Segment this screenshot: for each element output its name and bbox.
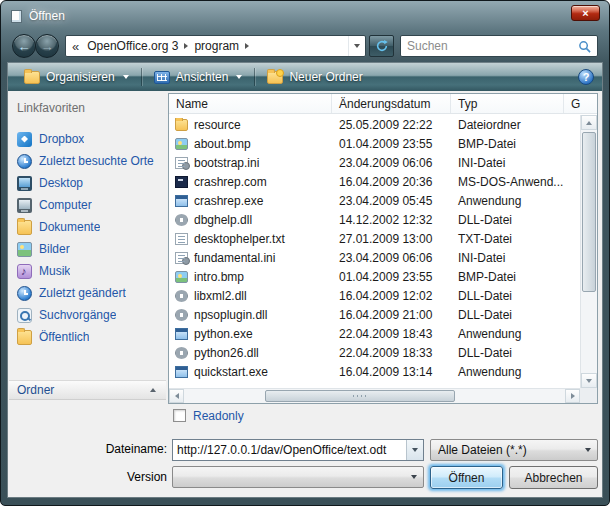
sidebar-item-pictures[interactable]: Bilder bbox=[9, 238, 166, 260]
file-row[interactable]: resource25.05.2009 22:22Dateiordner bbox=[169, 115, 580, 134]
file-row[interactable]: crashrep.com16.04.2009 20:36MS-DOS-Anwen… bbox=[169, 172, 580, 191]
column-header-name[interactable]: Name bbox=[169, 94, 332, 113]
file-type: BMP-Datei bbox=[451, 270, 564, 284]
file-date: 16.04.2009 20:36 bbox=[332, 175, 451, 189]
file-icon bbox=[175, 271, 188, 283]
help-button[interactable]: ? bbox=[578, 69, 594, 85]
searches-icon bbox=[17, 308, 32, 323]
file-row[interactable]: quickstart.exe16.04.2009 13:14Anwendung bbox=[169, 362, 580, 381]
readonly-label[interactable]: Readonly bbox=[193, 409, 244, 423]
file-date: 16.04.2009 21:00 bbox=[332, 308, 451, 322]
scroll-down-button[interactable] bbox=[581, 373, 597, 388]
computer-icon bbox=[17, 198, 32, 213]
chevron-right-icon[interactable] bbox=[182, 43, 190, 49]
search-box[interactable] bbox=[400, 35, 598, 57]
column-header-type[interactable]: Typ bbox=[451, 94, 564, 113]
scrollbar-corner bbox=[580, 388, 597, 403]
filename-input[interactable] bbox=[173, 440, 406, 460]
file-icon bbox=[175, 309, 188, 321]
horizontal-scrollbar[interactable] bbox=[169, 388, 580, 403]
vertical-scrollbar-thumb[interactable] bbox=[582, 132, 596, 292]
file-row[interactable]: crashrep.exe23.04.2009 05:45Anwendung bbox=[169, 191, 580, 210]
dropbox-icon bbox=[17, 132, 32, 147]
file-date: 01.04.2009 23:55 bbox=[332, 137, 451, 151]
filename-dropdown-button[interactable] bbox=[406, 440, 423, 460]
sidebar-item-public[interactable]: Öffentlich bbox=[9, 326, 166, 348]
file-row[interactable]: fundamental.ini23.04.2009 06:06INI-Datei bbox=[169, 248, 580, 267]
file-icon bbox=[175, 157, 188, 169]
file-date: 27.01.2009 13:00 bbox=[332, 232, 451, 246]
folders-label: Ordner bbox=[17, 383, 54, 397]
file-icon bbox=[175, 290, 188, 302]
chevron-down-icon bbox=[236, 75, 242, 79]
sidebar-item-label: Zuletzt besuchte Orte bbox=[39, 154, 154, 168]
chevron-right-icon[interactable] bbox=[243, 43, 251, 49]
file-row[interactable]: libxml2.dll16.04.2009 12:02DLL-Datei bbox=[169, 286, 580, 305]
recent-changed-icon bbox=[17, 286, 32, 301]
sidebar-item-recent-changed[interactable]: Zuletzt geändert bbox=[9, 282, 166, 304]
file-row[interactable]: dbghelp.dll14.12.2002 12:32DLL-Datei bbox=[169, 210, 580, 229]
file-row[interactable]: python26.dll22.04.2009 18:33DLL-Datei bbox=[169, 343, 580, 362]
file-date: 01.04.2009 23:55 bbox=[332, 270, 451, 284]
breadcrumb-item-openoffice[interactable]: OpenOffice.org 3 bbox=[83, 39, 182, 53]
search-icon[interactable] bbox=[578, 40, 591, 53]
sidebar-item-music[interactable]: Musik bbox=[9, 260, 166, 282]
file-name: crashrep.com bbox=[194, 175, 267, 189]
file-icon bbox=[175, 214, 188, 226]
sidebar-item-label: Desktop bbox=[39, 176, 83, 190]
filetype-combobox[interactable]: Alle Dateien (*.*) bbox=[430, 439, 598, 461]
forward-button[interactable]: → bbox=[35, 34, 59, 58]
readonly-checkbox[interactable] bbox=[173, 409, 186, 422]
new-folder-button[interactable]: Neuer Ordner bbox=[259, 66, 370, 88]
open-button[interactable]: Öffnen bbox=[430, 466, 503, 489]
organize-button[interactable]: Organisieren bbox=[16, 66, 137, 88]
sidebar-item-recent-places[interactable]: Zuletzt besuchte Orte bbox=[9, 150, 166, 172]
file-type: INI-Datei bbox=[451, 251, 564, 265]
sidebar-item-documents[interactable]: Dokumente bbox=[9, 216, 166, 238]
file-type: BMP-Datei bbox=[451, 137, 564, 151]
horizontal-scrollbar-thumb[interactable] bbox=[265, 390, 455, 402]
file-name: python.exe bbox=[194, 327, 253, 341]
cancel-button[interactable]: Abbrechen bbox=[509, 466, 598, 489]
file-type: Anwendung bbox=[451, 365, 564, 379]
column-label: G bbox=[571, 97, 580, 111]
file-type: DLL-Datei bbox=[451, 346, 564, 360]
sidebar-item-searches[interactable]: Suchvorgänge bbox=[9, 304, 166, 326]
file-row[interactable]: python.exe22.04.2009 18:43Anwendung bbox=[169, 324, 580, 343]
file-row[interactable]: bootstrap.ini23.04.2009 06:06INI-Datei bbox=[169, 153, 580, 172]
breadcrumb-overflow-icon[interactable]: « bbox=[72, 39, 83, 54]
back-button[interactable]: ← bbox=[12, 34, 36, 58]
sidebar-item-dropbox[interactable]: Dropbox bbox=[9, 128, 166, 150]
close-button[interactable]: × bbox=[571, 5, 600, 21]
refresh-button[interactable] bbox=[369, 35, 394, 57]
scroll-left-button[interactable] bbox=[169, 389, 184, 403]
file-row[interactable]: intro.bmp01.04.2009 23:55BMP-Datei bbox=[169, 267, 580, 286]
sidebar-item-desktop[interactable]: Desktop bbox=[9, 172, 166, 194]
vertical-scrollbar[interactable] bbox=[580, 115, 597, 388]
sidebar-item-label: Dropbox bbox=[39, 132, 84, 146]
column-header-size[interactable]: G bbox=[564, 94, 597, 113]
file-row[interactable]: desktophelper.txt27.01.2009 13:00TXT-Dat… bbox=[169, 229, 580, 248]
breadcrumb-item-program[interactable]: program bbox=[190, 39, 243, 53]
new-folder-label: Neuer Ordner bbox=[289, 70, 362, 84]
file-date: 23.04.2009 06:06 bbox=[332, 156, 451, 170]
sidebar-item-label: Dokumente bbox=[39, 220, 100, 234]
folders-bar[interactable]: Ordner bbox=[9, 380, 166, 400]
column-label: Änderungsdatum bbox=[339, 97, 430, 111]
scroll-right-button[interactable] bbox=[565, 389, 580, 403]
filename-combobox[interactable] bbox=[172, 439, 424, 461]
documents-icon bbox=[17, 220, 32, 235]
file-icon bbox=[175, 328, 188, 340]
file-row[interactable]: npsoplugin.dll16.04.2009 21:00DLL-Datei bbox=[169, 305, 580, 324]
column-header-date[interactable]: Änderungsdatum bbox=[332, 94, 451, 113]
scroll-up-button[interactable] bbox=[581, 115, 597, 130]
file-name: desktophelper.txt bbox=[194, 232, 285, 246]
file-row[interactable]: about.bmp01.04.2009 23:55BMP-Datei bbox=[169, 134, 580, 153]
sidebar-item-computer[interactable]: Computer bbox=[9, 194, 166, 216]
breadcrumb-dropdown-button[interactable] bbox=[348, 36, 365, 56]
views-button[interactable]: Ansichten bbox=[146, 66, 251, 88]
version-combobox[interactable] bbox=[172, 466, 424, 488]
file-type: INI-Datei bbox=[451, 156, 564, 170]
search-input[interactable] bbox=[407, 39, 578, 53]
breadcrumb[interactable]: « OpenOffice.org 3 program bbox=[65, 35, 366, 57]
